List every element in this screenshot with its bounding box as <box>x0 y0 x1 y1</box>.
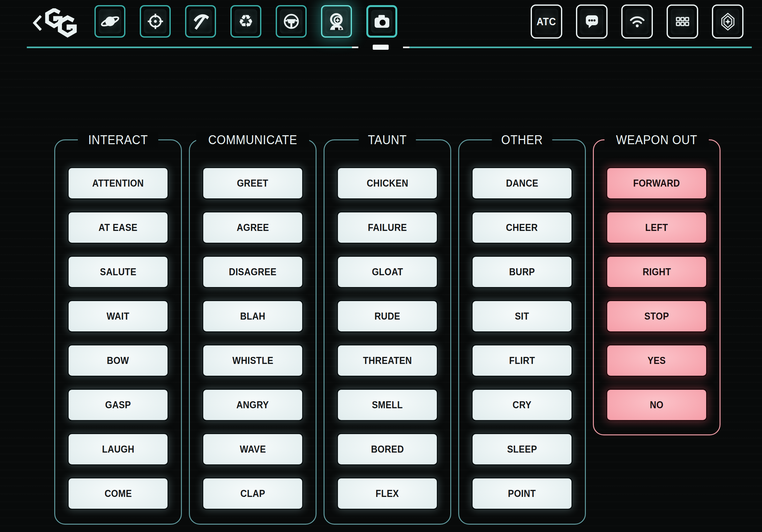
emote-button-laugh[interactable]: LAUGH <box>69 434 168 464</box>
emote-button-label: AGREE <box>236 222 269 233</box>
camera-icon <box>372 11 392 32</box>
emote-button-label: SMELL <box>372 399 403 411</box>
wifi-button[interactable] <box>621 4 653 38</box>
emote-button-whistle[interactable]: WHISTLE <box>203 345 302 376</box>
emote-group-weapon-out: WEAPON OUT FORWARDLEFTRIGHTSTOPYESNO <box>593 139 721 435</box>
active-tab-indicator <box>373 45 389 50</box>
group-title: INTERACT <box>78 132 158 147</box>
emote-button-label: GLOAT <box>372 266 403 278</box>
emote-button-cry[interactable]: CRY <box>473 390 572 420</box>
emote-button-label: RIGHT <box>642 266 671 278</box>
emote-button-wait[interactable]: WAIT <box>69 301 168 331</box>
nav-salvage-button[interactable]: ♻︎ <box>230 5 261 37</box>
emote-button-label: GASP <box>105 399 131 411</box>
emote-button-rude[interactable]: RUDE <box>338 301 437 331</box>
group-title: COMMUNICATE <box>196 132 309 147</box>
nav-planet-button[interactable] <box>95 5 125 37</box>
astronaut-icon <box>326 11 347 32</box>
emblem-icon <box>718 12 738 32</box>
emote-button-bow[interactable]: BOW <box>69 345 168 376</box>
emote-button-label: STOP <box>644 311 669 322</box>
emote-button-come[interactable]: COME <box>69 478 168 509</box>
target-icon <box>145 11 166 32</box>
emote-button-agree[interactable]: AGREE <box>203 212 302 243</box>
emote-button-yes[interactable]: YES <box>607 345 706 376</box>
emote-button-salute[interactable]: SALUTE <box>69 257 168 287</box>
emote-button-label: DISAGREE <box>229 266 276 278</box>
nav-mining-button[interactable] <box>185 5 216 37</box>
emote-button-sleep[interactable]: SLEEP <box>473 434 572 464</box>
emote-button-threaten[interactable]: THREATEN <box>338 345 437 376</box>
emote-button-label: ANGRY <box>236 399 269 411</box>
emote-button-label: DANCE <box>506 178 538 189</box>
system-tab-bar: ATC <box>531 4 743 38</box>
emote-button-label: FAILURE <box>368 222 407 233</box>
emote-button-label: BURP <box>509 266 535 278</box>
emote-screen: ♻︎ <box>0 0 762 532</box>
emote-button-no[interactable]: NO <box>607 390 706 420</box>
emote-button-attention[interactable]: ATTENTION <box>69 168 168 198</box>
divider-gap <box>358 46 373 48</box>
emote-button-cheer[interactable]: CHEER <box>473 212 572 243</box>
emote-button-smell[interactable]: SMELL <box>338 390 437 420</box>
group-title: TAUNT <box>359 132 416 147</box>
emote-button-chicken[interactable]: CHICKEN <box>338 168 437 198</box>
emote-button-label: SLEEP <box>507 444 537 455</box>
emote-button-left[interactable]: LEFT <box>607 212 706 243</box>
emote-button-label: SALUTE <box>100 266 136 278</box>
emote-button-label: FLEX <box>376 488 399 499</box>
emote-button-wave[interactable]: WAVE <box>203 434 302 464</box>
emote-button-label: GREET <box>237 178 268 189</box>
emote-button-flex[interactable]: FLEX <box>338 478 437 509</box>
emote-button-forward[interactable]: FORWARD <box>607 168 706 198</box>
atc-button[interactable]: ATC <box>531 4 562 38</box>
emote-button-flirt[interactable]: FLIRT <box>473 345 572 376</box>
emote-button-label: WAVE <box>240 444 266 455</box>
emote-button-dance[interactable]: DANCE <box>473 168 572 198</box>
toolbar: ♻︎ <box>0 0 762 48</box>
chat-button[interactable] <box>576 4 608 38</box>
nav-target-button[interactable] <box>140 5 171 37</box>
emote-button-sit[interactable]: SIT <box>473 301 572 331</box>
emote-button-stop[interactable]: STOP <box>607 301 706 331</box>
emote-button-gloat[interactable]: GLOAT <box>338 257 437 287</box>
chevron-left-icon <box>32 14 43 32</box>
nav-tab-bar: ♻︎ <box>95 5 397 37</box>
nav-camera-button[interactable] <box>366 5 397 37</box>
emote-button-failure[interactable]: FAILURE <box>338 212 437 243</box>
emote-button-greet[interactable]: GREET <box>203 168 302 198</box>
divider-segment <box>403 46 410 48</box>
emote-group-other: OTHER DANCECHEERBURPSITFLIRTCRYSLEEPPOIN… <box>458 139 586 525</box>
emote-button-at-ease[interactable]: AT EASE <box>69 212 168 243</box>
atc-label: ATC <box>537 16 557 28</box>
steering-wheel-icon <box>281 11 302 32</box>
emote-columns: INTERACT ATTENTIONAT EASESALUTEWAITBOWGA… <box>54 139 721 525</box>
emote-button-label: SIT <box>515 311 529 322</box>
apps-grid-button[interactable] <box>667 4 698 38</box>
emote-button-disagree[interactable]: DISAGREE <box>203 257 302 287</box>
emote-button-label: THREATEN <box>363 355 412 366</box>
back-button[interactable] <box>32 14 43 32</box>
emote-button-gasp[interactable]: GASP <box>69 390 168 420</box>
emote-button-angry[interactable]: ANGRY <box>203 390 302 420</box>
emote-button-right[interactable]: RIGHT <box>607 257 706 287</box>
emote-button-label: RUDE <box>375 311 401 322</box>
emote-button-label: FLIRT <box>509 355 535 366</box>
recycle-icon: ♻︎ <box>238 13 253 30</box>
emote-button-label: COME <box>104 488 132 499</box>
emote-button-label: YES <box>648 355 666 366</box>
emote-button-burp[interactable]: BURP <box>473 257 572 287</box>
emote-button-clap[interactable]: CLAP <box>203 478 302 509</box>
divider-gap <box>389 46 403 48</box>
nav-driving-button[interactable] <box>276 5 307 37</box>
emote-group-interact: INTERACT ATTENTIONAT EASESALUTEWAITBOWGA… <box>54 139 182 525</box>
grid-icon <box>672 12 693 32</box>
emote-button-blah[interactable]: BLAH <box>203 301 302 331</box>
emblem-button[interactable] <box>712 4 743 38</box>
pickaxe-icon <box>190 11 211 32</box>
emote-button-point[interactable]: POINT <box>473 478 572 509</box>
emote-button-label: CHICKEN <box>367 178 408 189</box>
emote-button-label: ATTENTION <box>92 178 144 189</box>
emote-button-bored[interactable]: BORED <box>338 434 437 464</box>
nav-emotes-button[interactable] <box>321 5 352 37</box>
